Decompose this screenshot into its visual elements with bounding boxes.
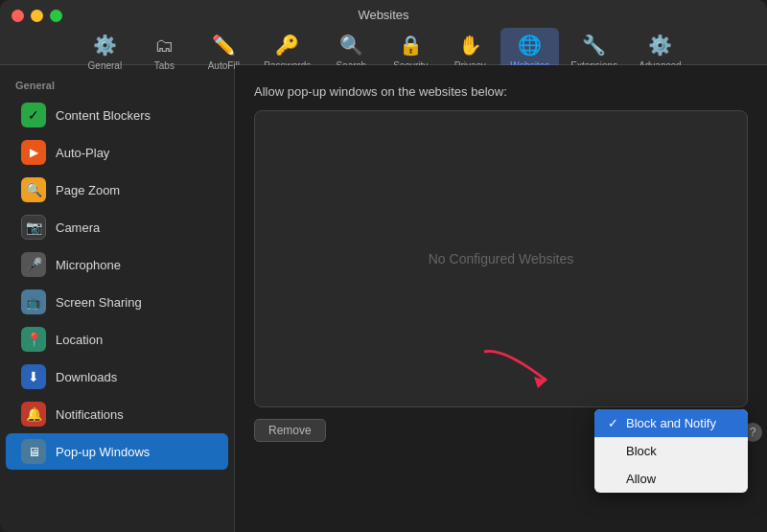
no-websites-text: No Configured Websites [429, 251, 573, 266]
sidebar: General ✓ Content Blockers ▶ Auto-Play 🔍… [0, 65, 235, 532]
dropdown-item-block-and-notify[interactable]: ✓ Block and Notify [594, 409, 748, 437]
sidebar-item-label-content-blockers: Content Blockers [56, 108, 151, 123]
main-content: General ✓ Content Blockers ▶ Auto-Play 🔍… [0, 65, 767, 532]
title-bar: Websites ⚙️ General 🗂 Tabs ✏️ AutoFill 🔑… [0, 0, 767, 65]
dropdown-menu: ✓ Block and Notify ✓ Block ✓ Allow [594, 409, 748, 493]
page-zoom-icon: 🔍 [21, 177, 46, 202]
microphone-icon: 🎤 [21, 252, 46, 277]
dropdown-label-block-and-notify: Block and Notify [626, 416, 716, 430]
toolbar-item-tabs[interactable]: 🗂 Tabs [135, 28, 193, 75]
dropdown-item-block[interactable]: ✓ Block [594, 437, 748, 465]
content-description: Allow pop-up windows on the websites bel… [254, 84, 748, 99]
sidebar-item-notifications[interactable]: 🔔 Notifications [6, 396, 228, 432]
sidebar-item-auto-play[interactable]: ▶ Auto-Play [6, 134, 228, 171]
autofill-icon: ✏️ [210, 32, 237, 58]
minimize-button[interactable] [31, 10, 43, 22]
sidebar-item-label-downloads: Downloads [56, 370, 117, 384]
sidebar-item-label-camera: Camera [56, 220, 100, 235]
window: Websites ⚙️ General 🗂 Tabs ✏️ AutoFill 🔑… [0, 0, 767, 532]
bottom-bar: Remove When visiting other websites [254, 419, 748, 442]
toolbar-label-tabs: Tabs [154, 60, 174, 71]
sidebar-item-label-page-zoom: Page Zoom [56, 183, 120, 197]
sidebar-item-downloads[interactable]: ⬇ Downloads [6, 359, 228, 395]
window-title: Websites [358, 8, 408, 22]
search-icon: 🔍 [337, 32, 364, 58]
sidebar-item-label-screen-sharing: Screen Sharing [56, 295, 142, 310]
advanced-icon: ⚙️ [646, 32, 673, 58]
close-button[interactable] [12, 10, 24, 22]
content-blockers-icon: ✓ [21, 103, 46, 127]
security-icon: 🔒 [397, 32, 424, 58]
dropdown-label-block: Block [626, 444, 657, 458]
traffic-lights [12, 10, 62, 22]
websites-box: No Configured Websites [254, 110, 748, 407]
privacy-icon: ✋ [456, 32, 483, 58]
sidebar-item-label-auto-play: Auto-Play [56, 146, 109, 160]
notifications-icon: 🔔 [21, 402, 46, 427]
camera-icon: 📷 [21, 215, 46, 240]
sidebar-item-label-notifications: Notifications [56, 407, 124, 422]
sidebar-item-camera[interactable]: 📷 Camera [6, 209, 228, 245]
dropdown-label-allow: Allow [626, 472, 656, 486]
extensions-icon: 🔧 [581, 32, 608, 58]
maximize-button[interactable] [50, 10, 62, 22]
tabs-icon: 🗂 [151, 32, 177, 58]
sidebar-item-microphone[interactable]: 🎤 Microphone [6, 246, 228, 283]
location-icon: 📍 [21, 327, 46, 352]
remove-button[interactable]: Remove [254, 419, 326, 442]
screen-sharing-icon: 📺 [21, 289, 46, 314]
passwords-icon: 🔑 [274, 32, 301, 58]
sidebar-item-label-popup-windows: Pop-up Windows [56, 445, 150, 459]
sidebar-item-label-microphone: Microphone [56, 258, 121, 272]
toolbar-item-general[interactable]: ⚙️ General [76, 28, 133, 75]
downloads-icon: ⬇ [21, 364, 46, 389]
sidebar-item-content-blockers[interactable]: ✓ Content Blockers [6, 97, 228, 133]
websites-icon: 🌐 [517, 32, 544, 58]
toolbar-label-general: General [88, 60, 123, 71]
auto-play-icon: ▶ [21, 140, 46, 165]
sidebar-item-screen-sharing[interactable]: 📺 Screen Sharing [6, 284, 228, 320]
dropdown-item-allow[interactable]: ✓ Allow [594, 465, 748, 493]
sidebar-item-page-zoom[interactable]: 🔍 Page Zoom [6, 172, 228, 208]
general-icon: ⚙️ [91, 32, 118, 58]
sidebar-section-label: General [0, 75, 234, 96]
bottom-right-area: When visiting other websites ✓ [594, 424, 748, 437]
sidebar-item-label-location: Location [56, 333, 103, 347]
popup-windows-icon: 🖥 [21, 439, 46, 464]
content-area: Allow pop-up windows on the websites bel… [235, 65, 767, 532]
sidebar-item-location[interactable]: 📍 Location [6, 321, 228, 358]
checkmark-icon: ✓ [608, 416, 618, 430]
sidebar-item-popup-windows[interactable]: 🖥 Pop-up Windows [6, 433, 228, 470]
